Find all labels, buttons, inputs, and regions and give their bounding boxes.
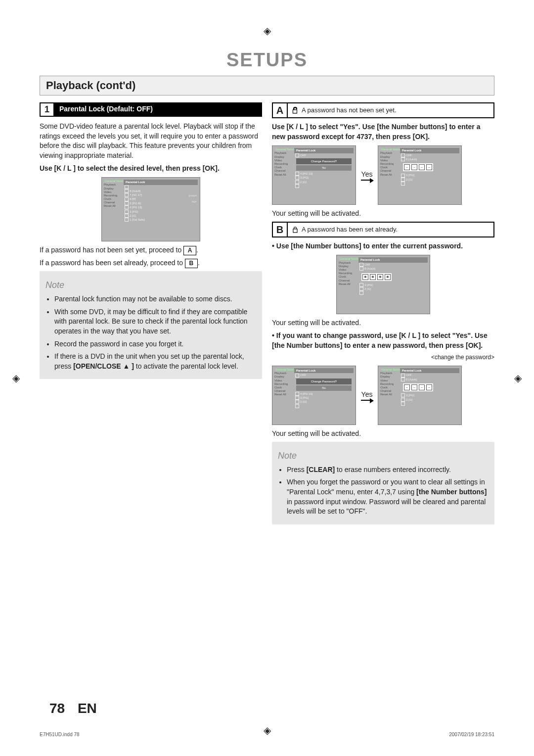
page-footer: 78 EN — [49, 701, 97, 716]
hint: guage — [188, 193, 197, 197]
list-item: Video — [104, 190, 124, 194]
menu-header: Parental Lock — [124, 180, 198, 185]
ref-b: B — [185, 259, 198, 268]
print-footnote: 2007/02/19 18:23:51 — [449, 732, 494, 737]
crosshair-icon: ◈ — [264, 724, 271, 736]
list-item: Reset All — [104, 204, 124, 208]
gui-pair: General Setting Playback Display Video R… — [272, 366, 494, 425]
note-item: When you forget the password or you want… — [287, 477, 489, 516]
lock-open-icon — [292, 107, 299, 114]
page-number: 78 — [49, 701, 65, 716]
dialog-no: No — [296, 165, 352, 170]
callout-letter: A — [273, 103, 288, 117]
status-text: Your setting will be activated. — [272, 318, 494, 328]
level: 6 [R] — [130, 197, 136, 201]
arrow-right-icon — [361, 180, 373, 181]
settings-screen: General Setting Playback Display Video R… — [101, 177, 200, 241]
note-item: Record the password in case you forget i… — [54, 339, 256, 349]
crosshair-icon: ◈ — [264, 25, 271, 37]
gui-pair: General Setting Playback Display Video R… — [272, 145, 494, 205]
level: 7 [NC 17] — [130, 193, 142, 197]
level: 4 [PG 13] — [130, 205, 142, 209]
proceed-a: If a password has not been set yet, proc… — [40, 245, 262, 255]
intro-text: Some DVD-video feature a parental lock l… — [40, 122, 262, 160]
instruction: • If you want to change password, use [K… — [272, 331, 494, 350]
print-footnote: E7H51UD.indd 78 — [40, 732, 80, 737]
section-heading: Playback (cont'd) — [40, 76, 494, 95]
callout-text: A password has been set already. — [302, 225, 398, 234]
arrow-right-icon — [361, 400, 373, 401]
lock-icon — [292, 226, 299, 233]
level: 3 [PG] — [130, 210, 138, 214]
list-item: Channel — [104, 201, 124, 204]
note-item: Press [CLEAR] to erase numbers entered i… — [287, 465, 489, 475]
list-item: Playback — [104, 183, 124, 187]
status-text: Your setting will be activated. — [272, 429, 494, 439]
crosshair-icon: ◈ — [12, 372, 20, 384]
status-text: Your setting will be activated. — [272, 209, 494, 219]
proceed-b: If a password has been set already, proc… — [40, 258, 262, 268]
password-input: –––– — [403, 163, 433, 171]
step-label: Parental Lock (Default: OFF) — [54, 102, 262, 117]
list-item: Clock — [104, 197, 124, 201]
list-item: Display — [104, 187, 124, 190]
instruction: Use [K / L ] to select the desired level… — [40, 164, 262, 174]
crosshair-icon: ◈ — [514, 372, 522, 384]
callout-a: A A password has not been set yet. — [272, 102, 494, 118]
settings-screen: General Setting Playback Display Video R… — [378, 145, 462, 205]
note-item: Parental lock function may not be availa… — [54, 294, 256, 304]
note-heading: Note — [45, 279, 256, 291]
note-heading: Note — [278, 450, 489, 462]
list-item: Recording — [104, 194, 124, 197]
note-item: With some DVD, it may be difficult to fi… — [54, 307, 256, 336]
ref-a: A — [183, 246, 196, 255]
note-box: Note Press [CLEAR] to erase numbers ente… — [272, 442, 494, 524]
step-number: 1 — [40, 102, 54, 117]
page-lang: EN — [78, 701, 97, 716]
password-input: –––– — [403, 383, 433, 391]
settings-screen: General Setting Playback Display Video R… — [378, 366, 462, 425]
level: 5 [PG R] — [130, 201, 141, 205]
settings-screen: General Setting Playback Display Video R… — [272, 145, 356, 205]
callout-letter: B — [273, 223, 288, 236]
level: 8 [Adult] — [130, 189, 140, 193]
instruction: • Use [the Number buttons] to enter the … — [272, 241, 494, 251]
instruction: Use [K / L ] to select "Yes". Use [the N… — [272, 122, 494, 142]
password-input: ✱✱✱✱ — [361, 273, 392, 281]
callout-b: B A password has been set already. — [272, 222, 494, 237]
level: 1 [Kid Safe] — [130, 218, 145, 222]
callout-text: A password has not been set yet. — [302, 106, 397, 115]
note-box: Note Parental lock function may not be a… — [40, 271, 262, 379]
page-title: SETUPS — [40, 49, 494, 71]
gui-title: General Setting — [104, 180, 124, 183]
note-item: If there is a DVD in the unit when you s… — [54, 352, 256, 371]
settings-screen: General Setting Playback Display Video R… — [272, 366, 356, 425]
dialog-question: Change Password? — [296, 158, 352, 164]
level: 2 [G] — [130, 214, 136, 218]
step-heading: 1 Parental Lock (Default: OFF) — [40, 102, 262, 117]
settings-screen: General Setting Playback Display Video R… — [336, 255, 430, 314]
caption: <change the password> — [272, 353, 494, 362]
svg-rect-0 — [293, 229, 297, 233]
hint: age — [192, 199, 197, 203]
